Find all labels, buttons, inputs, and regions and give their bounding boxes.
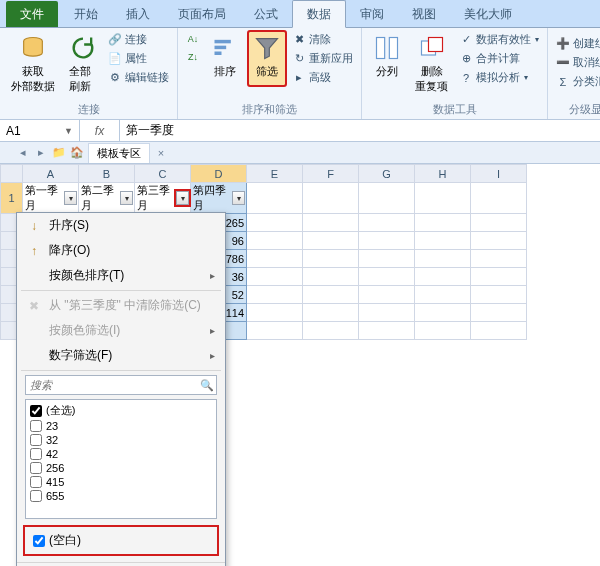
filter-check-item[interactable]: 23	[28, 419, 214, 433]
tab-file[interactable]: 文件	[6, 1, 58, 27]
svg-rect-2	[215, 46, 227, 50]
text-to-columns-button[interactable]: 分列	[368, 31, 406, 97]
tab-review[interactable]: 审阅	[346, 1, 398, 27]
autofilter-panel: ↓升序(S) ↑降序(O) 按颜色排序(T) ✖从 "第三季度" 中清除筛选(C…	[16, 212, 226, 566]
get-external-data-button[interactable]: 获取 外部数据	[6, 31, 60, 97]
group-label-sort-filter: 排序和筛选	[184, 100, 355, 117]
whatif-button[interactable]: ?模拟分析	[457, 69, 541, 86]
reapply-button[interactable]: ↻重新应用	[290, 50, 355, 67]
sort-icon	[211, 34, 239, 62]
colhead-e[interactable]: E	[247, 165, 303, 183]
filter-check-item[interactable]: 415	[28, 475, 214, 489]
tab-home[interactable]: 开始	[60, 1, 112, 27]
cell-a1[interactable]: 第一季月▾	[23, 183, 79, 214]
sort-asc-item[interactable]: ↓升序(S)	[17, 213, 225, 238]
remove-duplicates-button[interactable]: 删除 重复项	[410, 31, 453, 97]
filter-search[interactable]: 🔍	[25, 375, 217, 395]
folder-icon[interactable]: 📁	[52, 146, 66, 160]
formula-input[interactable]: 第一季度	[120, 120, 600, 141]
template-zone-tab[interactable]: 模板专区	[88, 143, 150, 163]
ungroup-button[interactable]: ➖取消组合	[554, 54, 600, 71]
colhead-b[interactable]: B	[79, 165, 135, 183]
filter-button[interactable]: 筛选	[248, 31, 286, 86]
filter-check-blanks[interactable]: (空白)	[31, 531, 211, 550]
svg-rect-1	[215, 40, 231, 44]
columns-icon	[373, 34, 401, 62]
name-box[interactable]: A1 ▼	[0, 120, 80, 141]
sort-desc-item[interactable]: ↑降序(O)	[17, 238, 225, 263]
filter-dropdown-b[interactable]: ▾	[120, 191, 133, 205]
colhead-d[interactable]: D	[191, 165, 247, 183]
cell[interactable]	[359, 183, 415, 214]
home-icon[interactable]: 🏠	[70, 146, 84, 160]
advanced-filter-button[interactable]: ▸高级	[290, 69, 355, 86]
filter-check-item[interactable]: 32	[28, 433, 214, 447]
clear-icon: ✖	[292, 33, 306, 47]
colhead-f[interactable]: F	[303, 165, 359, 183]
colhead-i[interactable]: I	[471, 165, 527, 183]
duplicates-icon	[418, 34, 446, 62]
tab-formulas[interactable]: 公式	[240, 1, 292, 27]
clear-filter-icon: ✖	[27, 299, 41, 313]
ungroup-icon: ➖	[556, 56, 570, 70]
close-tab-icon[interactable]: ×	[154, 146, 168, 160]
consolidate-button[interactable]: ⊕合并计算	[457, 50, 541, 67]
properties-button[interactable]: 📄属性	[106, 50, 171, 67]
prev-sheet-icon[interactable]: ◂	[16, 146, 30, 160]
group-button[interactable]: ➕创建组	[554, 35, 600, 52]
clear-filter-button[interactable]: ✖清除	[290, 31, 355, 48]
refresh-all-button[interactable]: 全部刷新	[64, 31, 102, 97]
name-box-value: A1	[6, 124, 21, 138]
cell-d1[interactable]: 第四季月▾	[191, 183, 247, 214]
colhead-g[interactable]: G	[359, 165, 415, 183]
filter-check-select-all[interactable]: (全选)	[28, 402, 214, 419]
next-sheet-icon[interactable]: ▸	[34, 146, 48, 160]
data-validation-button[interactable]: ✓数据有效性	[457, 31, 541, 48]
database-icon	[19, 34, 47, 62]
sort-by-color-item[interactable]: 按颜色排序(T)	[17, 263, 225, 288]
select-all-corner[interactable]	[1, 165, 23, 183]
cell[interactable]	[247, 183, 303, 214]
filter-search-input[interactable]	[26, 379, 200, 391]
tab-insert[interactable]: 插入	[112, 1, 164, 27]
clear-filter-item: ✖从 "第三季度" 中清除筛选(C)	[17, 293, 225, 318]
sort-desc-button[interactable]: Z↓	[184, 49, 202, 65]
filter-check-item[interactable]: 256	[28, 461, 214, 475]
connections-button[interactable]: 🔗连接	[106, 31, 171, 48]
reapply-icon: ↻	[292, 52, 306, 66]
colhead-h[interactable]: H	[415, 165, 471, 183]
colhead-a[interactable]: A	[23, 165, 79, 183]
cell[interactable]	[415, 183, 471, 214]
colhead-c[interactable]: C	[135, 165, 191, 183]
refresh-all-label: 全部刷新	[69, 64, 97, 94]
subtotal-button[interactable]: Σ分类汇总	[554, 73, 600, 90]
group-label-data-tools: 数据工具	[368, 100, 541, 117]
sheet-tabstrip: ◂ ▸ 📁 🏠 模板专区 ×	[0, 142, 600, 164]
edit-links-button[interactable]: ⚙编辑链接	[106, 69, 171, 86]
sort-button[interactable]: 排序	[206, 31, 244, 86]
cell[interactable]	[303, 183, 359, 214]
filter-check-item[interactable]: 655	[28, 489, 214, 503]
group-label-outline: 分级显示	[554, 100, 600, 117]
tab-beautify[interactable]: 美化大师	[450, 1, 526, 27]
cell-c1[interactable]: 第三季月▾	[135, 183, 191, 214]
tab-data[interactable]: 数据	[292, 0, 346, 28]
sort-label: 排序	[214, 64, 236, 79]
number-filters-item[interactable]: 数字筛选(F)	[17, 343, 225, 368]
filter-dropdown-d[interactable]: ▾	[232, 191, 245, 205]
filter-dropdown-c[interactable]: ▾	[176, 191, 189, 205]
get-external-data-label: 获取 外部数据	[11, 64, 55, 94]
cell[interactable]	[471, 183, 527, 214]
rowhead-1[interactable]: 1	[1, 183, 23, 214]
filter-dropdown-a[interactable]: ▾	[64, 191, 77, 205]
filter-values-list[interactable]: (全选) 23 32 42 256 415 655	[25, 399, 217, 519]
tab-view[interactable]: 视图	[398, 1, 450, 27]
group-icon: ➕	[556, 37, 570, 51]
text-to-columns-label: 分列	[376, 64, 398, 79]
sort-asc-button[interactable]: A↓	[184, 31, 202, 47]
cell-b1[interactable]: 第二季月▾	[79, 183, 135, 214]
fx-button[interactable]: fx	[80, 120, 120, 141]
remove-duplicates-label: 删除 重复项	[415, 64, 448, 94]
filter-check-item[interactable]: 42	[28, 447, 214, 461]
tab-page-layout[interactable]: 页面布局	[164, 1, 240, 27]
